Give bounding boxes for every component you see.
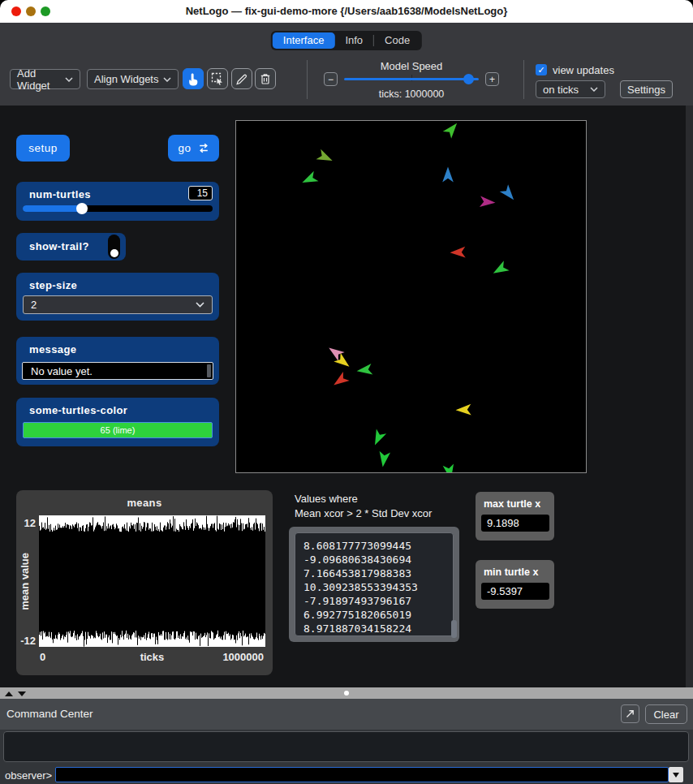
turtle	[443, 463, 457, 472]
message-input[interactable]: No value yet.	[22, 362, 213, 380]
chevron-down-icon	[163, 77, 171, 82]
show-trail-toggle[interactable]	[108, 235, 120, 259]
num-turtles-fill	[23, 205, 82, 212]
some-turtles-color-widget: some-turtles-color 65 (lime)	[16, 398, 219, 446]
model-speed-slider[interactable]	[344, 78, 479, 80]
tab-interface[interactable]: Interface	[273, 32, 335, 49]
message-label: message	[29, 343, 76, 355]
y-axis-label: mean value	[18, 515, 31, 647]
speed-slower-button[interactable]: −	[324, 72, 338, 86]
values-label-line2: Mean xcor > 2 * Std Dev xcor	[295, 506, 432, 521]
values-list-widget: 8.608177773099445-9.096806384306947.1664…	[289, 527, 459, 642]
marquee-select-tool-button[interactable]	[207, 68, 228, 89]
add-widget-label: Add Widget	[17, 67, 65, 92]
list-value-row[interactable]: 7.166453817988383	[295, 566, 453, 580]
forever-loop-icon	[198, 143, 209, 153]
collapse-down-icon[interactable]	[18, 691, 26, 696]
collapse-up-icon[interactable]	[5, 691, 13, 696]
tab-code[interactable]: Code	[374, 32, 420, 49]
toggle-knob	[110, 249, 118, 257]
max-turtle-x-monitor: max turtle x 9.1898	[476, 492, 554, 541]
num-turtles-label: num-turtles	[29, 188, 91, 200]
world-view[interactable]	[235, 120, 587, 473]
align-widgets-dropdown[interactable]: Align Widgets	[87, 69, 179, 89]
turtle	[300, 171, 319, 187]
list-value-row[interactable]: 10.309238553394353	[295, 580, 453, 594]
model-speed-label: Model Speed	[344, 60, 479, 72]
toolbar-divider	[307, 60, 308, 99]
min-turtle-x-label: min turtle x	[484, 566, 538, 578]
step-size-label: step-size	[29, 279, 77, 291]
tab-strip: Interface Info Code	[271, 31, 422, 50]
message-input-widget: message No value yet.	[16, 337, 219, 385]
model-speed-thumb[interactable]	[463, 74, 474, 84]
message-value: No value yet.	[31, 365, 93, 377]
values-label-line1: Values where	[295, 492, 432, 506]
chevron-down-icon	[65, 77, 73, 82]
settings-button[interactable]: Settings	[620, 80, 673, 98]
command-center-splitter[interactable]	[0, 687, 693, 699]
max-turtle-x-value: 9.1898	[481, 515, 549, 532]
clear-button[interactable]: Clear	[645, 704, 687, 724]
vertical-scrollbar[interactable]	[686, 106, 693, 687]
list-value-row[interactable]: 8.971887034158224	[295, 622, 453, 635]
max-turtle-x-label: max turtle x	[484, 498, 540, 510]
command-center-header: Command Center Clear	[0, 699, 693, 730]
plot-title: means	[16, 497, 273, 509]
turtle	[330, 372, 349, 390]
step-size-chooser-widget: step-size 2	[16, 273, 219, 321]
dropdown-arrow-icon	[673, 773, 679, 778]
splitter-handle[interactable]	[344, 691, 349, 696]
speed-faster-button[interactable]: +	[485, 72, 499, 86]
turtle	[455, 404, 471, 416]
list-value-row[interactable]: -7.91897493796167	[295, 594, 453, 608]
step-size-dropdown[interactable]: 2	[23, 295, 213, 314]
turtle	[450, 247, 465, 258]
turtle	[377, 451, 390, 468]
trash-icon	[259, 72, 272, 85]
num-turtles-value: 15	[188, 186, 213, 200]
setup-button[interactable]: setup	[16, 135, 70, 162]
ticks-counter: ticks: 1000000	[336, 88, 487, 100]
command-output-area[interactable]	[3, 731, 689, 762]
num-turtles-thumb[interactable]	[76, 203, 88, 214]
netlogo-window: NetLogo — fix-gui-demo-more {/Users/aab1…	[0, 0, 693, 784]
turtle	[370, 429, 386, 448]
delete-tool-button[interactable]	[255, 68, 276, 89]
history-dropdown-button[interactable]	[669, 767, 683, 782]
list-value-row[interactable]: 6.992775182065019	[295, 608, 453, 622]
list-value-row[interactable]: 8.608177773099445	[295, 539, 453, 553]
add-widget-dropdown[interactable]: Add Widget	[10, 69, 80, 89]
turtles-layer	[236, 121, 586, 472]
list-scrollbar-thumb[interactable]	[451, 620, 457, 638]
color-swatch-button[interactable]: 65 (lime)	[23, 422, 213, 438]
min-turtle-x-monitor: min turtle x -9.5397	[476, 560, 554, 609]
view-updates-checkbox[interactable]: ✓	[536, 64, 547, 75]
marquee-select-icon	[211, 72, 224, 85]
tab-info[interactable]: Info	[334, 32, 373, 49]
update-mode-dropdown[interactable]: on ticks	[536, 80, 605, 98]
go-button-label: go	[178, 142, 191, 154]
plot-series-noise	[39, 515, 265, 647]
go-forever-button[interactable]: go	[168, 135, 219, 162]
command-center-title: Command Center	[6, 708, 93, 720]
hand-tool-button[interactable]	[183, 68, 204, 89]
setup-button-label: setup	[28, 142, 58, 154]
plot-area	[39, 515, 265, 647]
top-toolbar: Interface Info Code Add Widget Align Wid…	[0, 23, 693, 106]
update-mode-value: on ticks	[543, 84, 579, 96]
num-turtles-track[interactable]	[23, 205, 213, 212]
observer-prompt: observer>	[5, 769, 52, 782]
chevron-down-icon	[590, 87, 598, 92]
command-input[interactable]	[55, 767, 669, 782]
pencil-icon	[235, 72, 248, 85]
chevron-down-icon	[196, 302, 204, 308]
popout-icon	[625, 709, 635, 719]
values-list[interactable]: 8.608177773099445-9.096806384306947.1664…	[295, 532, 454, 636]
values-list-label: Values where Mean xcor > 2 * Std Dev xco…	[295, 492, 432, 521]
edit-tool-button[interactable]	[231, 68, 252, 89]
popout-button[interactable]	[621, 704, 639, 723]
input-scrollbar[interactable]	[207, 364, 211, 377]
list-value-row[interactable]: -9.09680638430694	[295, 553, 453, 566]
turtle	[442, 167, 454, 183]
